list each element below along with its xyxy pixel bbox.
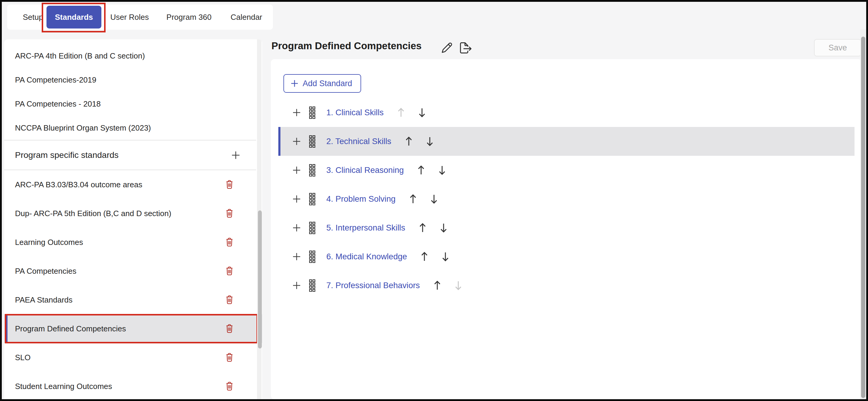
- delete-trash-icon[interactable]: [225, 352, 234, 363]
- standard-link[interactable]: 2. Technical Skills: [326, 137, 392, 146]
- delete-trash-icon[interactable]: [225, 323, 234, 334]
- move-up-button[interactable]: [417, 165, 425, 176]
- tab-program-360[interactable]: Program 360: [165, 4, 213, 30]
- page-title: Program Defined Competencies: [272, 40, 422, 52]
- delete-trash-icon[interactable]: [225, 295, 234, 305]
- trash-icon: [225, 237, 234, 247]
- trash-icon: [225, 352, 234, 363]
- sidebar-item-paea-standards[interactable]: PAEA Standards: [4, 285, 262, 314]
- move-up-button[interactable]: [405, 136, 413, 147]
- move-down-button[interactable]: [454, 280, 463, 291]
- move-down-button[interactable]: [426, 136, 434, 147]
- move-up-button[interactable]: [397, 107, 405, 118]
- standard-link[interactable]: 7. Professional Behaviors: [326, 281, 420, 290]
- delete-trash-icon[interactable]: [225, 208, 234, 219]
- expand-plus-icon[interactable]: [292, 108, 301, 117]
- standard-detail-panel: Add Standard 1. Clinical Skills: [271, 59, 862, 399]
- move-up-button[interactable]: [409, 193, 417, 205]
- delete-trash-icon[interactable]: [225, 237, 234, 247]
- drag-handle-icon[interactable]: [309, 164, 315, 176]
- sidebar-item-learning-outcomes[interactable]: Learning Outcomes: [4, 228, 262, 257]
- move-down-button[interactable]: [439, 222, 448, 233]
- tab-setup[interactable]: Setup: [16, 4, 50, 30]
- drag-handle-icon[interactable]: [309, 279, 315, 292]
- standard-link[interactable]: 1. Clinical Skills: [326, 108, 383, 117]
- move-up-button[interactable]: [433, 280, 441, 291]
- export-standard-button[interactable]: [458, 41, 473, 55]
- pencil-icon: [440, 41, 454, 54]
- tab-calendar[interactable]: Calendar: [228, 4, 264, 30]
- expand-plus-icon[interactable]: [292, 252, 301, 261]
- move-down-button[interactable]: [418, 107, 426, 118]
- standard-row-interpersonal-skills: 5. Interpersonal Skills: [278, 213, 855, 242]
- sidebar-item-label: Dup- ARC-PA 5th Edition (B,C and D secti…: [15, 209, 171, 218]
- plus-icon: [290, 79, 299, 88]
- drag-handle-icon[interactable]: [309, 193, 315, 205]
- sidebar-item-label: Program Defined Competencies: [15, 324, 126, 334]
- move-down-button[interactable]: [438, 165, 446, 176]
- sidebar-item-label: Student Learning Outcomes: [15, 382, 112, 391]
- trash-icon: [225, 266, 234, 276]
- delete-trash-icon[interactable]: [225, 381, 234, 392]
- add-standard-button[interactable]: Add Standard: [283, 74, 361, 93]
- sidebar-item-label: PAEA Standards: [15, 295, 72, 305]
- trash-icon: [225, 208, 234, 219]
- sidebar-item-pa-competencies-2019[interactable]: PA Competencies-2019: [4, 68, 262, 92]
- trash-icon: [225, 179, 234, 190]
- add-standard-label: Add Standard: [303, 79, 352, 88]
- expand-plus-icon[interactable]: [292, 137, 301, 146]
- move-down-button[interactable]: [441, 251, 450, 262]
- expand-plus-icon[interactable]: [292, 281, 301, 290]
- sidebar-item-pa-competencies-2018[interactable]: PA Competencies - 2018: [4, 92, 262, 116]
- save-button[interactable]: Save: [814, 39, 861, 56]
- expand-plus-icon[interactable]: [292, 223, 301, 232]
- trash-icon: [225, 381, 234, 392]
- sidebar-item-label: ARC-PA B3.03/B3.04 outcome areas: [15, 180, 142, 190]
- standard-row-professional-behaviors: 7. Professional Behaviors: [278, 271, 855, 300]
- edit-title-button[interactable]: [440, 41, 454, 54]
- sidebar-item-label: PA Competencies: [15, 266, 76, 276]
- sidebar-scrollbar-thumb[interactable]: [258, 210, 262, 348]
- tab-standards[interactable]: Standards: [46, 6, 101, 29]
- sidebar-item-dup-arcpa-5th[interactable]: Dup- ARC-PA 5th Edition (B,C and D secti…: [4, 199, 262, 228]
- sidebar-item-student-learning-outcomes[interactable]: Student Learning Outcomes: [4, 372, 262, 399]
- expand-plus-icon[interactable]: [292, 195, 301, 203]
- standard-row-problem-solving: 4. Problem Solving: [278, 184, 855, 213]
- standard-link[interactable]: 6. Medical Knowledge: [326, 252, 407, 261]
- move-down-button[interactable]: [430, 193, 438, 205]
- section-title: Program specific standards: [15, 150, 119, 160]
- standard-row-clinical-skills: 1. Clinical Skills: [278, 98, 855, 127]
- sidebar-item-program-defined-competencies[interactable]: Program Defined Competencies: [4, 314, 262, 343]
- expand-plus-icon[interactable]: [292, 166, 301, 175]
- move-up-button[interactable]: [418, 222, 427, 233]
- top-tab-bar: Setup Standards User Roles Program 360 C…: [7, 4, 273, 30]
- sidebar-item-pa-competencies[interactable]: PA Competencies: [4, 257, 262, 285]
- standard-row-medical-knowledge: 6. Medical Knowledge: [278, 242, 855, 271]
- delete-trash-icon[interactable]: [225, 179, 234, 190]
- sidebar-item-nccpa-blueprint[interactable]: NCCPA Blueprint Organ System (2023): [4, 116, 262, 140]
- file-export-icon: [458, 41, 473, 55]
- add-program-standard-button[interactable]: [231, 150, 241, 160]
- standard-link[interactable]: 5. Interpersonal Skills: [326, 223, 405, 233]
- tab-user-roles[interactable]: User Roles: [110, 4, 149, 30]
- sidebar-item-arcpa-4th[interactable]: ARC-PA 4th Edition (B and C section): [4, 44, 262, 68]
- delete-trash-icon[interactable]: [225, 266, 234, 276]
- standard-link[interactable]: 3. Clinical Reasoning: [326, 165, 404, 175]
- sidebar-item-label: SLO: [15, 353, 31, 362]
- sidebar-item-label: Learning Outcomes: [15, 238, 83, 247]
- trash-icon: [225, 295, 234, 305]
- trash-icon: [225, 323, 234, 334]
- program-specific-standards-header: Program specific standards: [4, 141, 262, 170]
- standards-sidebar: ARC-PA 4th Edition (B and C section) PA …: [4, 39, 262, 399]
- drag-handle-icon[interactable]: [309, 135, 315, 148]
- global-standards-list: ARC-PA 4th Edition (B and C section) PA …: [4, 44, 262, 399]
- sidebar-item-arcpa-b303[interactable]: ARC-PA B3.03/B3.04 outcome areas: [4, 170, 262, 199]
- drag-handle-icon[interactable]: [309, 250, 315, 263]
- drag-handle-icon[interactable]: [309, 222, 315, 234]
- plus-icon: [231, 150, 241, 160]
- move-up-button[interactable]: [420, 251, 429, 262]
- standard-link[interactable]: 4. Problem Solving: [326, 194, 396, 204]
- sidebar-item-slo[interactable]: SLO: [4, 343, 262, 372]
- drag-handle-icon[interactable]: [309, 106, 315, 119]
- page-scrollbar-thumb[interactable]: [861, 37, 865, 398]
